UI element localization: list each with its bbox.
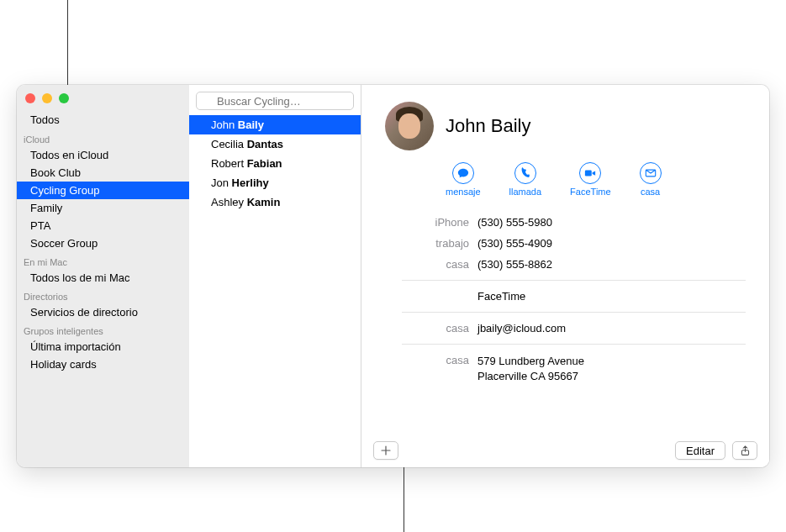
- sidebar-item-all-icloud[interactable]: Todos en iCloud: [17, 146, 189, 164]
- action-label: casa: [641, 187, 660, 197]
- sidebar-section-directories: Directorios: [17, 287, 189, 303]
- contacts-window: Todos iCloud Todos en iCloud Book Club C…: [17, 85, 769, 467]
- sidebar-item-soccer-group[interactable]: Soccer Group: [17, 234, 189, 252]
- sidebar-section-on-my-mac: En mi Mac: [17, 252, 189, 269]
- phone-icon: [520, 167, 531, 179]
- last-name: Herlihy: [232, 176, 269, 189]
- last-name: Baily: [238, 119, 264, 131]
- list-item[interactable]: Robert Fabian: [189, 154, 361, 173]
- sidebar-section-icloud: iCloud: [17, 129, 189, 146]
- list-item[interactable]: Ashley Kamin: [189, 192, 361, 212]
- divider: [402, 344, 746, 345]
- field-value[interactable]: (530) 555-8862: [477, 258, 746, 271]
- avatar[interactable]: [385, 102, 434, 150]
- add-button[interactable]: [373, 441, 398, 460]
- phone-row: trabajo (530) 555-4909: [385, 233, 746, 254]
- mail-button[interactable]: casa: [640, 162, 662, 197]
- maximize-button[interactable]: [59, 93, 69, 103]
- action-row: mensaje llamada FaceTime casa: [446, 162, 746, 197]
- sidebar-section-smart-groups: Grupos inteligentes: [17, 321, 189, 338]
- field-value[interactable]: (530) 555-5980: [477, 216, 746, 229]
- sidebar-item-all-on-mac[interactable]: Todos los de mi Mac: [17, 269, 189, 287]
- sidebar-item-directory-services[interactable]: Servicios de directorio: [17, 303, 189, 321]
- first-name: Jon: [211, 176, 229, 189]
- sidebar-item-family[interactable]: Family: [17, 199, 189, 217]
- field-label: casa: [385, 322, 477, 334]
- action-label: mensaje: [446, 187, 481, 197]
- phone-row: casa (530) 555-8862: [385, 254, 746, 275]
- divider: [402, 280, 746, 281]
- svg-rect-2: [585, 171, 592, 176]
- last-name: Kamin: [247, 196, 281, 208]
- bottom-bar: Editar: [361, 434, 769, 467]
- card-header: John Baily: [385, 102, 746, 150]
- minimize-button[interactable]: [42, 93, 52, 103]
- annotation-pointer-top: [67, 0, 68, 89]
- address-row: casa 579 Lundberg Avenue Placerville CA …: [385, 350, 746, 388]
- action-label: FaceTime: [570, 187, 611, 197]
- field-label: casa: [385, 258, 477, 271]
- divider: [402, 312, 746, 313]
- share-button[interactable]: [732, 441, 757, 460]
- phone-row: iPhone (530) 555-5980: [385, 212, 746, 233]
- contact-name: John Baily: [446, 115, 531, 137]
- groups-sidebar: Todos iCloud Todos en iCloud Book Club C…: [17, 85, 189, 467]
- field-value[interactable]: FaceTime: [477, 290, 746, 303]
- window-controls: [25, 93, 69, 103]
- field-label: trabajo: [385, 237, 477, 250]
- search-input[interactable]: [196, 92, 354, 110]
- last-name: Dantas: [247, 138, 283, 150]
- contact-card-pane: John Baily mensaje llamada FaceTime: [361, 85, 769, 467]
- list-item[interactable]: Jon Herlihy: [189, 173, 361, 192]
- field-label: casa: [385, 354, 477, 384]
- sidebar-item-holiday-cards[interactable]: Holiday cards: [17, 356, 189, 373]
- message-icon: [457, 167, 469, 179]
- call-button[interactable]: llamada: [509, 162, 542, 197]
- field-value[interactable]: 579 Lundberg Avenue Placerville CA 95667: [477, 354, 746, 384]
- first-name: Cecilia: [211, 138, 244, 150]
- field-label: iPhone: [385, 216, 477, 229]
- email-row: casa jbaily@icloud.com: [385, 318, 746, 339]
- close-button[interactable]: [25, 93, 35, 103]
- sidebar-item-book-club[interactable]: Book Club: [17, 164, 189, 182]
- action-label: llamada: [509, 187, 542, 197]
- sidebar-item-last-import[interactable]: Última importación: [17, 338, 189, 356]
- plus-icon: [381, 445, 391, 456]
- annotation-pointer-bottom: [404, 467, 404, 532]
- list-item[interactable]: Cecilia Dantas: [189, 134, 361, 154]
- last-name: Fabian: [247, 157, 282, 170]
- share-icon: [740, 445, 751, 456]
- field-label: [385, 290, 477, 303]
- field-value[interactable]: (530) 555-4909: [477, 237, 746, 250]
- sidebar-item-pta[interactable]: PTA: [17, 217, 189, 234]
- fields: iPhone (530) 555-5980 trabajo (530) 555-…: [385, 212, 746, 388]
- contact-list-pane: John Baily Cecilia Dantas Robert Fabian …: [189, 85, 361, 467]
- facetime-row: FaceTime: [385, 286, 746, 307]
- mail-icon: [645, 167, 657, 179]
- sidebar-item-cycling-group[interactable]: Cycling Group: [17, 182, 189, 199]
- field-value[interactable]: jbaily@icloud.com: [477, 322, 746, 334]
- first-name: Ashley: [211, 196, 244, 208]
- first-name: John: [211, 119, 235, 131]
- video-icon: [584, 167, 596, 179]
- edit-button[interactable]: Editar: [675, 441, 725, 460]
- facetime-button[interactable]: FaceTime: [570, 162, 611, 197]
- message-button[interactable]: mensaje: [446, 162, 481, 197]
- list-item[interactable]: John Baily: [189, 115, 361, 134]
- first-name: Robert: [211, 157, 244, 170]
- sidebar-item-all[interactable]: Todos: [17, 110, 189, 129]
